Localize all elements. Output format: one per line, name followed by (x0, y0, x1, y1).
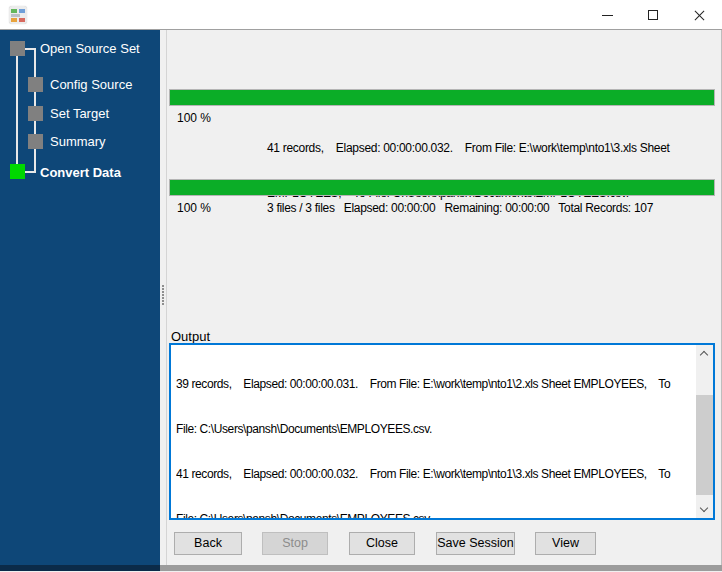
sidebar-item-set-target[interactable]: Set Target (50, 106, 109, 121)
file-progress-percent: 100 % (177, 111, 211, 125)
tree-connector-line (24, 171, 36, 173)
step-square-summary (28, 134, 43, 149)
total-progress-fill (170, 180, 714, 195)
stop-button: Stop (262, 532, 328, 555)
sidebar-item-config-source[interactable]: Config Source (50, 77, 132, 92)
sidebar-item-convert-data[interactable]: Convert Data (40, 165, 121, 180)
step-square-config-source (28, 77, 43, 92)
log-line: File: C:\Users\pansh\Documents\EMPLOYEES… (176, 422, 693, 437)
log-line: 39 records, Elapsed: 00:00:00.031. From … (176, 377, 693, 392)
step-square-open-source-set (10, 41, 25, 56)
tree-connector-line (24, 48, 36, 50)
sidebar-item-open-source-set[interactable]: Open Source Set (40, 41, 140, 56)
tree-connector-line (16, 56, 18, 164)
file-progress-bar (169, 89, 715, 106)
view-button[interactable]: View (535, 532, 596, 555)
convert-panel: 100 % 41 records, Elapsed: 00:00:00.032.… (167, 30, 721, 565)
title-bar (0, 0, 722, 30)
chevron-down-icon (700, 504, 708, 512)
output-scrollbar[interactable] (696, 345, 713, 518)
chevron-up-icon (700, 351, 708, 359)
total-progress-status: 3 files / 3 files Elapsed: 00:00:00 Rema… (267, 201, 653, 216)
minimize-button[interactable] (584, 0, 630, 30)
total-progress-percent: 100 % (177, 201, 211, 215)
log-line: 41 records, Elapsed: 00:00:00.032. From … (176, 467, 693, 482)
scroll-up-button[interactable] (696, 345, 713, 362)
wizard-steps-sidebar: Open Source Set Config Source Set Target… (0, 30, 160, 565)
scroll-down-button[interactable] (696, 501, 713, 518)
sidebar-item-summary[interactable]: Summary (50, 134, 106, 149)
panel-splitter[interactable] (160, 30, 167, 565)
step-square-convert-data (10, 164, 25, 179)
log-line: File: C:\Users\pansh\Documents\EMPLOYEES… (176, 512, 693, 520)
output-label: Output (171, 329, 210, 344)
output-log-text: 39 records, Elapsed: 00:00:00.031. From … (176, 347, 693, 520)
close-dialog-button[interactable]: Close (349, 532, 415, 555)
minimize-icon (602, 15, 613, 16)
converter-window: Open Source Set Config Source Set Target… (0, 0, 722, 572)
file-progress-fill (170, 90, 714, 105)
step-square-set-target (28, 106, 43, 121)
maximize-button[interactable] (630, 0, 676, 30)
back-button[interactable]: Back (174, 532, 242, 555)
total-progress-bar (169, 179, 715, 196)
window-bottom-edge (0, 565, 722, 571)
output-log-box[interactable]: 39 records, Elapsed: 00:00:00.031. From … (169, 343, 715, 520)
splitter-grip-icon (162, 285, 164, 306)
maximize-icon (648, 10, 658, 20)
app-icon (9, 6, 27, 24)
close-button[interactable] (676, 0, 722, 30)
scrollbar-thumb[interactable] (696, 395, 713, 495)
save-session-button[interactable]: Save Session (436, 532, 515, 555)
